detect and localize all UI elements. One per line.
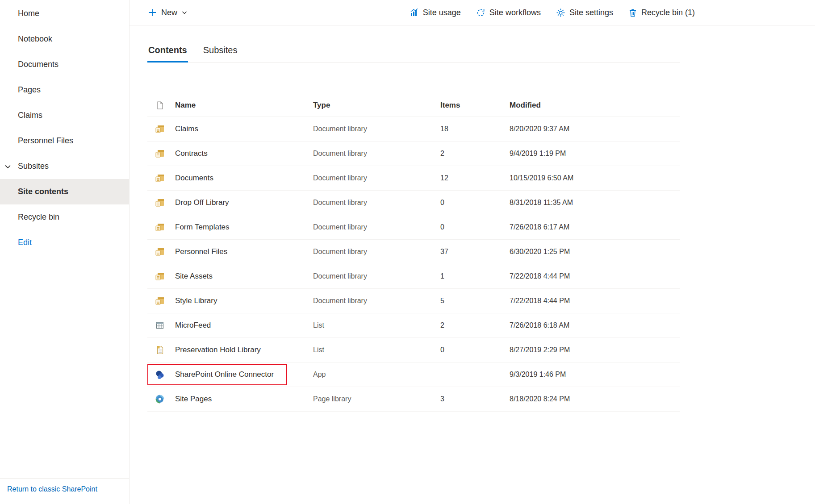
table-row[interactable]: Form Templates Document library 0 7/26/2… <box>147 215 680 240</box>
chevron-down-icon <box>181 9 188 16</box>
row-type: List <box>313 321 440 329</box>
document-icon <box>155 346 165 354</box>
document-library-icon <box>155 247 165 256</box>
sidebar-item-pages[interactable]: Pages <box>0 77 129 103</box>
row-items: 5 <box>440 297 510 305</box>
column-header-modified[interactable]: Modified <box>510 101 680 110</box>
row-name[interactable]: MicroFeed <box>175 321 211 330</box>
sidebar-item-label: Site contents <box>18 187 68 196</box>
row-type: Document library <box>313 125 440 133</box>
sidebar-item-label: Documents <box>18 60 59 69</box>
row-name[interactable]: Preservation Hold Library <box>175 346 261 354</box>
sidebar-item-documents[interactable]: Documents <box>0 52 129 77</box>
new-button[interactable]: New <box>147 8 188 17</box>
sidebar-item-edit[interactable]: Edit <box>0 230 129 255</box>
row-items: 0 <box>440 199 510 207</box>
table-row[interactable]: Style Library Document library 5 7/22/20… <box>147 289 680 313</box>
sidebar-item-home[interactable]: Home <box>0 1 129 26</box>
row-name[interactable]: Contracts <box>175 149 208 158</box>
row-name-cell: Documents <box>147 166 313 190</box>
site-workflows-button[interactable]: Site workflows <box>476 8 541 17</box>
row-name-cell: Site Pages <box>147 387 313 411</box>
action-label: Site workflows <box>489 8 541 17</box>
tab-subsites[interactable]: Subsites <box>202 45 238 62</box>
row-modified: 8/20/2020 9:37 AM <box>510 125 680 133</box>
row-type: Document library <box>313 297 440 305</box>
document-library-icon <box>155 296 165 305</box>
row-modified: 7/26/2018 6:18 AM <box>510 321 680 329</box>
row-type: Document library <box>313 174 440 182</box>
row-name[interactable]: Personnel Files <box>175 247 227 256</box>
chart-icon <box>409 8 419 17</box>
return-to-classic-link[interactable]: Return to classic SharePoint <box>7 485 97 493</box>
row-items: 12 <box>440 174 510 182</box>
table-body: Claims Document library 18 8/20/2020 9:3… <box>147 117 680 412</box>
row-name-cell: Form Templates <box>147 215 313 239</box>
sidebar-item-notebook[interactable]: Notebook <box>0 26 129 52</box>
site-settings-button[interactable]: Site settings <box>556 8 613 17</box>
sidebar: HomeNotebookDocumentsPagesClaimsPersonne… <box>0 0 130 504</box>
row-type: Document library <box>313 199 440 207</box>
row-type: Page library <box>313 395 440 403</box>
row-name[interactable]: Site Pages <box>175 395 212 404</box>
trash-icon <box>628 8 637 17</box>
row-modified: 7/26/2018 6:17 AM <box>510 223 680 231</box>
content: ContentsSubsites Name Type Items Modifie… <box>130 25 815 412</box>
row-name-cell: Personnel Files <box>147 240 313 264</box>
column-header-items[interactable]: Items <box>440 101 510 110</box>
sidebar-item-personnel-files[interactable]: Personnel Files <box>0 128 129 154</box>
table-row[interactable]: Contracts Document library 2 9/4/2019 1:… <box>147 142 680 166</box>
table-row[interactable]: Drop Off Library Document library 0 8/31… <box>147 191 680 215</box>
site-usage-button[interactable]: Site usage <box>409 8 461 17</box>
sidebar-item-recycle-bin[interactable]: Recycle bin <box>0 204 129 230</box>
sidebar-item-label: Recycle bin <box>18 212 59 222</box>
chevron-down-icon[interactable] <box>4 162 12 170</box>
row-type: App <box>313 371 440 379</box>
sidebar-item-site-contents[interactable]: Site contents <box>0 179 129 204</box>
row-items: 1 <box>440 272 510 280</box>
recycle-bin-button[interactable]: Recycle bin (1) <box>628 8 695 17</box>
row-name[interactable]: Form Templates <box>175 223 230 232</box>
sharepoint-site-contents-page: HomeNotebookDocumentsPagesClaimsPersonne… <box>0 0 815 504</box>
table-row[interactable]: Claims Document library 18 8/20/2020 9:3… <box>147 117 680 142</box>
row-name[interactable]: Site Assets <box>175 272 213 281</box>
row-items: 37 <box>440 248 510 256</box>
row-modified: 6/30/2020 1:25 PM <box>510 248 680 256</box>
row-name[interactable]: Claims <box>175 125 198 133</box>
sync-icon <box>476 8 485 17</box>
table-row[interactable]: Personnel Files Document library 37 6/30… <box>147 240 680 264</box>
row-name[interactable]: Documents <box>175 174 213 183</box>
sidebar-item-label: Edit <box>18 238 32 247</box>
sidebar-footer: Return to classic SharePoint <box>0 478 129 504</box>
sidebar-item-claims[interactable]: Claims <box>0 103 129 128</box>
sidebar-item-label: Pages <box>18 85 41 95</box>
table-row[interactable]: Site Assets Document library 1 7/22/2018… <box>147 264 680 289</box>
column-header-name[interactable]: Name <box>175 101 196 110</box>
row-items: 2 <box>440 150 510 158</box>
row-name-cell: Contracts <box>147 142 313 166</box>
row-type: Document library <box>313 248 440 256</box>
row-name[interactable]: Drop Off Library <box>175 198 229 207</box>
document-library-icon <box>155 223 165 232</box>
table-row[interactable]: Documents Document library 12 10/15/2019… <box>147 166 680 191</box>
table-row[interactable]: MicroFeed List 2 7/26/2018 6:18 AM <box>147 313 680 338</box>
row-name-cell: Style Library <box>147 289 313 313</box>
row-name-cell: Drop Off Library <box>147 191 313 215</box>
row-modified: 8/27/2019 2:29 PM <box>510 346 680 354</box>
contents-table: Name Type Items Modified Claims Document… <box>147 94 680 412</box>
document-library-icon <box>155 174 165 183</box>
row-name[interactable]: Style Library <box>175 296 217 305</box>
row-items: 18 <box>440 125 510 133</box>
action-label: Site settings <box>569 8 613 17</box>
sidebar-item-subsites[interactable]: Subsites <box>0 154 129 179</box>
sidebar-item-label: Home <box>18 9 39 18</box>
highlighted-row-name-cell: SharePoint Online Connector <box>147 364 287 385</box>
table-row[interactable]: SharePoint Online Connector App 9/3/2019… <box>147 362 680 387</box>
table-row[interactable]: Preservation Hold Library List 0 8/27/20… <box>147 338 680 362</box>
document-library-icon <box>155 198 165 207</box>
column-header-type[interactable]: Type <box>313 101 440 110</box>
row-modified: 8/31/2018 11:35 AM <box>510 199 680 207</box>
table-row[interactable]: Site Pages Page library 3 8/18/2020 8:24… <box>147 387 680 412</box>
row-name[interactable]: SharePoint Online Connector <box>175 370 274 379</box>
tab-contents[interactable]: Contents <box>147 45 188 62</box>
